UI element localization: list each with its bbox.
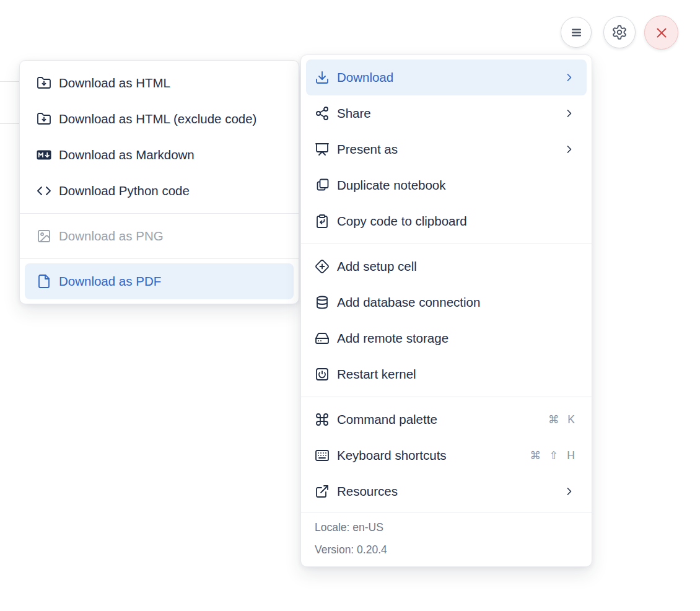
menu-item-label: Download as HTML (59, 76, 282, 90)
power-icon (315, 367, 330, 382)
menu-item-label: Add database connection (337, 295, 575, 310)
duplicate-icon (315, 178, 330, 193)
menu-item-restart-kernel[interactable]: Restart kernel (301, 356, 592, 392)
shortcut-hint: ⌘ K (548, 413, 575, 426)
menu-item-label: Present as (337, 142, 556, 157)
menu-footer: Locale: en-US Version: 0.20.4 (301, 512, 592, 562)
database-icon (315, 295, 330, 310)
chevron-right-icon (563, 143, 575, 156)
chevron-right-icon (563, 71, 575, 84)
menu-item-add-database-connection[interactable]: Add database connection (301, 284, 592, 320)
file-icon (37, 274, 51, 289)
close-icon (654, 25, 670, 41)
menu-item-label: Resources (337, 484, 556, 499)
menu-item-resources[interactable]: Resources (301, 473, 592, 509)
menu-item-label: Download as PNG (59, 229, 282, 244)
menu-item-label: Download (337, 70, 556, 85)
shutdown-button[interactable] (644, 15, 678, 50)
menu-item-add-setup-cell[interactable]: Add setup cell (301, 248, 592, 284)
download-submenu: Download as HTML Download as HTML (exclu… (19, 60, 299, 304)
menu-item-label: Share (337, 106, 556, 121)
menu-separator (301, 244, 592, 244)
diamond-plus-icon (315, 259, 330, 274)
clipboard-copy-icon (315, 214, 330, 229)
menu-item-download[interactable]: Download (306, 59, 587, 95)
menu-item-present-as[interactable]: Present as (301, 131, 592, 167)
menu-item-download-as-png[interactable]: Download as PNG (20, 218, 299, 254)
menu-item-label: Download as HTML (exclude code) (59, 112, 282, 126)
menu-item-download-as-html-exclude-code[interactable]: Download as HTML (exclude code) (20, 101, 299, 137)
settings-button[interactable] (603, 16, 636, 48)
hard-drive-icon (315, 331, 330, 346)
gear-icon (611, 24, 628, 40)
menu-item-add-remote-storage[interactable]: Add remote storage (301, 320, 592, 356)
menu-item-command-palette[interactable]: Command palette ⌘ K (301, 402, 592, 437)
menu-separator (20, 258, 299, 259)
menu-item-label: Keyboard shortcuts (337, 448, 522, 463)
app-canvas: Download as HTML Download as HTML (exclu… (0, 0, 700, 611)
external-link-icon (315, 484, 330, 499)
menu-item-label: Download as PDF (59, 274, 278, 289)
menu-item-label: Copy code to clipboard (337, 214, 575, 229)
keyboard-icon (315, 448, 330, 463)
menu-item-share[interactable]: Share (301, 95, 592, 131)
menu-item-label: Restart kernel (337, 367, 575, 382)
menu-item-download-as-markdown[interactable]: Download as Markdown (20, 137, 299, 173)
chevron-right-icon (563, 485, 575, 498)
menu-item-duplicate-notebook[interactable]: Duplicate notebook (301, 167, 592, 203)
menu-icon (569, 25, 584, 40)
menu-item-download-as-pdf[interactable]: Download as PDF (25, 263, 294, 299)
folder-down-icon (37, 76, 51, 90)
code-icon (37, 183, 51, 198)
menu-item-download-python-code[interactable]: Download Python code (20, 173, 299, 209)
version-text: Version: 0.20.4 (315, 538, 575, 561)
menu-item-keyboard-shortcuts[interactable]: Keyboard shortcuts ⌘ ⇧ H (301, 437, 592, 473)
background-cell-border (0, 81, 19, 82)
menu-item-label: Duplicate notebook (337, 178, 575, 193)
background-cell-border (0, 123, 19, 124)
chevron-right-icon (563, 107, 575, 120)
menu-separator (20, 213, 299, 214)
download-icon (315, 70, 330, 85)
menu-item-label: Download as Markdown (59, 147, 282, 162)
notebook-menu: Download Share Present as (300, 55, 592, 567)
folder-down-icon (37, 112, 51, 126)
menu-item-copy-code[interactable]: Copy code to clipboard (301, 203, 592, 239)
locale-text: Locale: en-US (315, 516, 575, 538)
menu-item-download-as-html[interactable]: Download as HTML (20, 65, 299, 101)
presentation-icon (315, 142, 330, 157)
menu-item-label: Command palette (337, 412, 541, 427)
menu-item-label: Download Python code (59, 183, 282, 198)
share-icon (315, 106, 330, 121)
image-icon (37, 229, 51, 244)
shortcut-hint: ⌘ ⇧ H (530, 449, 575, 462)
menu-item-label: Add remote storage (337, 331, 575, 346)
menu-separator (301, 397, 592, 397)
menu-item-label: Add setup cell (337, 259, 575, 274)
markdown-download-icon (37, 147, 51, 162)
command-icon (315, 412, 330, 427)
notebook-menu-button[interactable] (561, 17, 592, 48)
